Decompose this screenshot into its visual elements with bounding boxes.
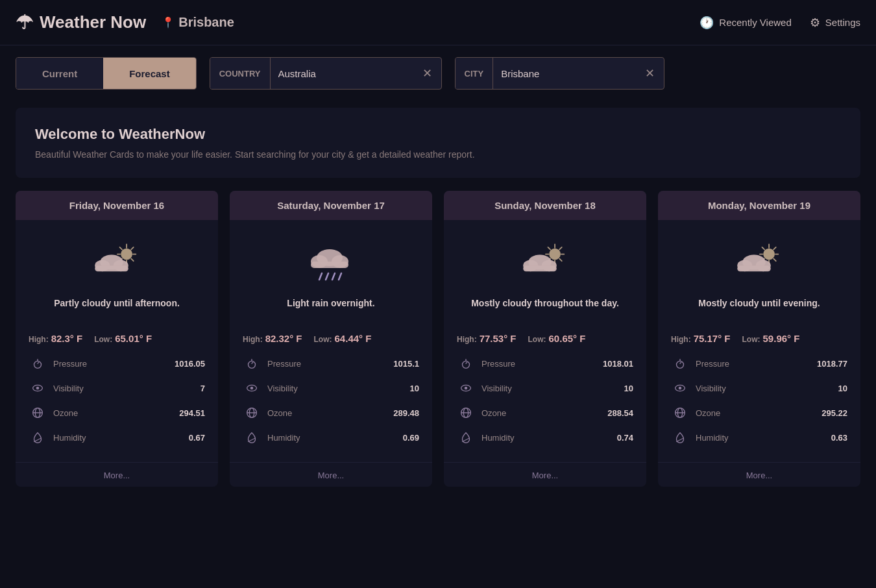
card-date: Sunday, November 18 (444, 191, 646, 220)
app-name: Weather Now (40, 12, 146, 32)
visibility-value: 10 (624, 384, 633, 393)
humidity-value: 0.74 (617, 433, 633, 443)
recently-viewed-label: Recently Viewed (719, 17, 791, 28)
ozone-value: 294.51 (179, 408, 205, 418)
svg-point-47 (549, 249, 561, 260)
ozone-value: 295.22 (821, 408, 847, 418)
app-logo: ☂ Weather Now (16, 11, 146, 34)
header: ☂ Weather Now 📍 Brisbane 🕐 Recently View… (0, 0, 876, 45)
more-button[interactable]: More... (658, 462, 860, 487)
high-label: High: (457, 335, 477, 344)
visibility-value: 10 (838, 384, 847, 393)
card-stats: Pressure 1015.1 Visibility 10 Ozone 289.… (243, 354, 419, 447)
humidity-value: 0.69 (403, 433, 419, 443)
low-value: 59.96° F (763, 333, 800, 344)
svg-line-6 (131, 259, 134, 262)
high-temp: High: 77.53° F (457, 333, 517, 344)
low-value: 65.01° F (115, 333, 152, 344)
svg-line-21 (34, 438, 42, 442)
visibility-label: Visibility (481, 384, 618, 393)
svg-line-45 (559, 259, 562, 262)
recently-viewed-button[interactable]: 🕐 Recently Viewed (700, 16, 791, 30)
svg-line-29 (339, 273, 341, 280)
visibility-row: Visibility 10 (457, 379, 633, 397)
low-label: Low: (742, 335, 760, 344)
visibility-row: Visibility 7 (29, 379, 205, 397)
pressure-row: Pressure 1018.01 (457, 354, 633, 373)
svg-rect-51 (523, 265, 557, 271)
high-temp: High: 82.3° F (29, 333, 82, 344)
welcome-subtitle: Beautiful Weather Cards to make your lif… (35, 149, 841, 160)
svg-line-60 (463, 438, 470, 442)
visibility-label: Visibility (696, 384, 832, 393)
card-stats: Pressure 1016.05 Visibility 7 Ozone 294.… (29, 354, 205, 447)
card-date: Monday, November 19 (658, 191, 860, 220)
visibility-label: Visibility (267, 384, 404, 393)
humidity-label: Humidity (53, 433, 182, 443)
svg-point-34 (250, 387, 254, 390)
weather-icon-area (457, 233, 633, 291)
high-temp: High: 75.17° F (671, 333, 731, 344)
settings-label: Settings (825, 17, 860, 28)
more-button[interactable]: More... (16, 462, 218, 487)
humidity-value: 0.63 (831, 433, 847, 443)
pressure-value: 1018.77 (817, 359, 847, 369)
high-value: 77.53° F (480, 333, 517, 344)
card-date: Friday, November 16 (16, 191, 218, 220)
humidity-label: Humidity (481, 433, 611, 443)
svg-rect-12 (95, 265, 128, 271)
more-button[interactable]: More... (230, 462, 432, 487)
ozone-row: Ozone 289.48 (243, 404, 419, 422)
location-pin-icon: 📍 (162, 16, 175, 29)
weather-description: Partly cloudy until afternoon. (29, 298, 205, 321)
svg-line-65 (773, 247, 776, 250)
country-input[interactable] (271, 58, 413, 89)
pressure-value: 1016.05 (175, 359, 205, 369)
city-clear-button[interactable]: ✕ (636, 58, 664, 89)
tab-forecast[interactable]: Forecast (103, 58, 196, 89)
card-temps: High: 82.32° F Low: 64.44° F (243, 333, 419, 344)
ozone-label: Ozone (696, 408, 815, 418)
humidity-value: 0.67 (189, 433, 205, 443)
pressure-value: 1018.01 (603, 359, 633, 369)
svg-line-43 (559, 247, 562, 250)
low-label: Low: (314, 335, 332, 344)
humidity-row: Humidity 0.74 (457, 428, 633, 447)
card-body: Partly cloudy until afternoon. High: 82.… (16, 220, 218, 462)
svg-line-26 (319, 273, 322, 280)
tab-current[interactable]: Current (16, 58, 103, 89)
humidity-row: Humidity 0.63 (671, 428, 847, 447)
humidity-icon (29, 428, 47, 447)
svg-rect-25 (311, 262, 348, 268)
country-clear-button[interactable]: ✕ (413, 58, 441, 89)
forecast-card: Friday, November 16 (16, 191, 218, 487)
card-temps: High: 75.17° F Low: 59.96° F (671, 333, 847, 344)
low-label: Low: (94, 335, 112, 344)
settings-button[interactable]: ⚙ Settings (810, 16, 860, 30)
low-value: 60.65° F (549, 333, 586, 344)
pressure-icon (457, 354, 475, 373)
pressure-row: Pressure 1018.77 (671, 354, 847, 373)
pressure-label: Pressure (267, 359, 387, 369)
card-date: Saturday, November 17 (230, 191, 432, 220)
svg-point-74 (677, 361, 684, 368)
svg-point-52 (463, 361, 470, 368)
weather-description: Light rain overnight. (243, 298, 419, 321)
city-input[interactable] (493, 58, 636, 89)
high-value: 82.32° F (265, 333, 302, 344)
weather-description: Mostly cloudy until evening. (671, 298, 847, 321)
svg-line-82 (677, 438, 684, 442)
svg-point-69 (763, 249, 775, 260)
svg-line-28 (332, 273, 335, 280)
card-stats: Pressure 1018.01 Visibility 10 Ozone 288… (457, 354, 633, 447)
more-button[interactable]: More... (444, 462, 646, 487)
low-temp: Low: 65.01° F (94, 333, 152, 344)
card-body: Mostly cloudy throughout the day. High: … (444, 220, 646, 462)
card-body: Mostly cloudy until evening. High: 75.17… (658, 220, 860, 462)
svg-line-4 (131, 247, 134, 250)
visibility-icon (243, 379, 261, 397)
svg-point-56 (465, 387, 468, 390)
card-temps: High: 82.3° F Low: 65.01° F (29, 333, 205, 344)
forecast-cards: Friday, November 16 (0, 191, 876, 502)
visibility-icon (29, 379, 47, 397)
